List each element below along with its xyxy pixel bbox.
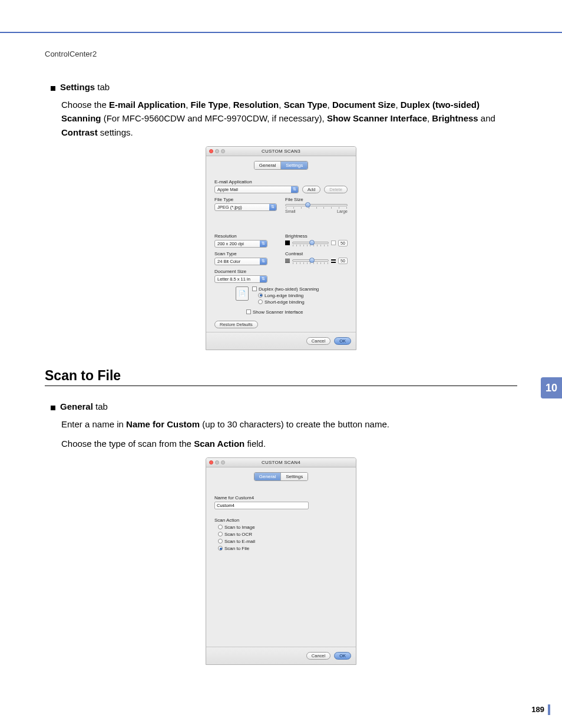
ok-button[interactable]: OK — [334, 652, 351, 660]
label-small: Small — [285, 209, 296, 213]
bullet-settings-tab: Settings tab — [51, 82, 517, 92]
label-scan-type: Scan Type — [214, 251, 277, 256]
label-large: Large — [337, 209, 348, 213]
page-number-bar — [548, 704, 550, 715]
delete-button[interactable]: Delete — [324, 186, 348, 193]
brightness-dark-icon — [285, 241, 290, 245]
contrast-value[interactable]: 50 — [338, 258, 348, 264]
label-email-app: E-mail Application — [214, 179, 348, 185]
top-accent-bar — [0, 0, 562, 33]
checkbox-show-scanner-interface[interactable]: Show Scanner Interface — [246, 309, 348, 315]
label-contrast: Contrast — [285, 251, 348, 256]
bullet-general-tab: General tab — [51, 401, 517, 411]
body-paragraph-2b: Choose the type of scan from the Scan Ac… — [61, 437, 517, 450]
bullet-bold: Settings — [60, 82, 95, 92]
radio-scan-to-image[interactable]: Scan to Image — [214, 525, 348, 530]
radio-short-edge[interactable]: Short-edge binding — [258, 299, 319, 305]
chevron-down-icon: ⇅ — [260, 258, 267, 265]
select-file-type[interactable]: JPEG (*.jpg) ⇅ — [214, 203, 277, 211]
cancel-button[interactable]: Cancel — [306, 337, 330, 345]
titlebar: CUSTOM SCAN3 — [206, 147, 356, 156]
label-brightness: Brightness — [285, 233, 348, 239]
label-resolution: Resolution — [214, 233, 277, 239]
chevron-down-icon: ⇅ — [260, 276, 267, 282]
dialog-title: CUSTOM SCAN3 — [206, 149, 356, 154]
label-scan-action: Scan Action — [214, 518, 348, 523]
dialog-title: CUSTOM SCAN4 — [206, 460, 356, 465]
input-name-for-custom[interactable] — [214, 502, 309, 509]
page-number: 189 — [531, 705, 544, 714]
label-document-size: Document Size — [214, 269, 277, 274]
select-resolution[interactable]: 200 x 200 dpi ⇅ — [214, 240, 267, 248]
dialog-custom-scan4: CUSTOM SCAN4 General Settings Name for C… — [206, 457, 356, 665]
bullet-rest: tab — [93, 401, 108, 411]
body-paragraph-2a: Enter a name in Name for Custom (up to 3… — [61, 417, 517, 431]
slider-file-size[interactable] — [285, 204, 348, 206]
bullet-icon — [51, 406, 55, 410]
tab-general[interactable]: General — [254, 473, 281, 480]
chevron-down-icon: ⇅ — [260, 241, 267, 247]
ok-button[interactable]: OK — [334, 337, 351, 345]
contrast-high-icon — [331, 258, 336, 263]
checkbox-duplex[interactable]: Duplex (two-sided) Scanning — [252, 286, 319, 292]
slider-contrast[interactable] — [292, 259, 329, 262]
bullet-icon — [51, 86, 55, 91]
bullet-bold: General — [60, 401, 93, 411]
select-scan-type[interactable]: 24 Bit Color ⇅ — [214, 258, 267, 265]
select-document-size[interactable]: Letter 8.5 x 11 in ⇅ — [214, 275, 267, 283]
label-file-type: File Type — [214, 197, 277, 202]
radio-long-edge[interactable]: Long-edge binding — [258, 293, 319, 298]
tab-general[interactable]: General — [254, 162, 281, 169]
tab-settings[interactable]: Settings — [281, 162, 308, 169]
chevron-down-icon: ⇅ — [291, 186, 298, 193]
tab-settings[interactable]: Settings — [281, 473, 308, 480]
label-name-for-custom: Name for Custom4 — [214, 495, 348, 500]
dialog-custom-scan3: CUSTOM SCAN3 General Settings E-mail App… — [206, 146, 356, 350]
body-paragraph-1: Choose the E-mail Application, File Type… — [61, 98, 517, 139]
restore-defaults-button[interactable]: Restore Defaults — [214, 321, 258, 328]
radio-scan-to-email[interactable]: Scan to E-mail — [214, 539, 348, 544]
radio-scan-to-ocr[interactable]: Scan to OCR — [214, 532, 348, 537]
titlebar: CUSTOM SCAN4 — [206, 458, 356, 467]
radio-scan-to-file[interactable]: Scan to File — [214, 546, 348, 551]
brightness-light-icon — [331, 241, 336, 245]
section-title-scan-to-file: Scan to File — [45, 368, 517, 386]
chapter-tab: 10 — [541, 377, 562, 398]
header-text: ControlCenter2 — [45, 50, 517, 58]
cancel-button[interactable]: Cancel — [306, 652, 330, 660]
duplex-icon: 📄 — [236, 286, 249, 301]
bullet-rest: tab — [95, 82, 110, 92]
slider-brightness[interactable] — [292, 242, 329, 244]
add-button[interactable]: Add — [302, 186, 320, 193]
contrast-low-icon — [285, 258, 290, 263]
select-email-app[interactable]: Apple Mail ⇅ — [214, 186, 299, 193]
label-file-size: File Size — [285, 197, 348, 202]
chevron-down-icon: ⇅ — [269, 204, 276, 210]
brightness-value[interactable]: 50 — [338, 240, 348, 246]
